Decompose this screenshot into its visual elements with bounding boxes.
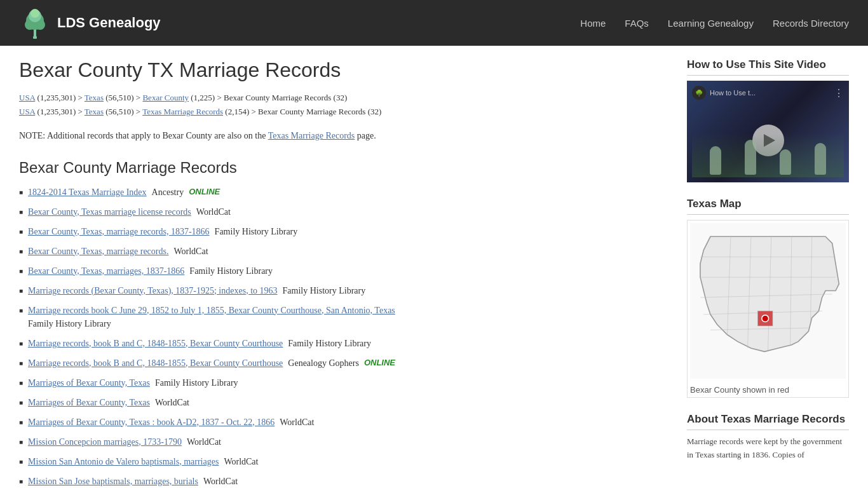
site-header: LDS Genealogy Home FAQs Learning Genealo… bbox=[0, 0, 868, 46]
nav-home[interactable]: Home bbox=[580, 18, 606, 29]
video-thumbnail[interactable]: 🌳 How to Use t... ⋮ bbox=[687, 81, 849, 182]
online-badge: ONLINE bbox=[364, 356, 395, 369]
record-source: Family History Library bbox=[28, 319, 111, 329]
record-link[interactable]: Marriage records (Bexar County, Texas), … bbox=[28, 284, 277, 297]
record-link[interactable]: Bexar County, Texas marriage license rec… bbox=[28, 205, 191, 219]
sidebar-about-section: About Texas Marriage Records Marriage re… bbox=[687, 413, 849, 462]
list-item: Bexar County, Texas, marriage records, 1… bbox=[19, 225, 668, 238]
svg-point-6 bbox=[31, 9, 39, 18]
person-silhouette bbox=[815, 143, 826, 175]
list-item: Bexar County, Texas marriage license rec… bbox=[19, 205, 668, 219]
record-source: Family History Library bbox=[288, 337, 371, 350]
record-link[interactable]: Mission San Antonio de Valero baptismals… bbox=[28, 455, 219, 468]
breadcrumb-texas-marriage[interactable]: Texas Marriage Records bbox=[142, 107, 223, 116]
logo-area[interactable]: LDS Genealogy bbox=[19, 7, 161, 39]
person-silhouette bbox=[745, 140, 756, 175]
list-item: Bexar County, Texas, marriage records. W… bbox=[19, 245, 668, 258]
nav-faqs[interactable]: FAQs bbox=[625, 18, 649, 29]
list-item: Marriages of Bexar County, Texas : book … bbox=[19, 416, 668, 429]
page-title: Bexar County TX Marriage Records bbox=[19, 58, 668, 82]
record-link[interactable]: Bexar County, Texas, marriages, 1837-186… bbox=[28, 264, 184, 278]
record-source: Family History Library bbox=[283, 284, 366, 297]
record-source: WorldCat bbox=[224, 455, 258, 468]
list-item: Mission San Jose baptismals, marriages, … bbox=[19, 475, 668, 488]
list-item: Marriages of Bexar County, Texas Family … bbox=[19, 376, 668, 390]
breadcrumb-line-2: USA (1,235,301) > Texas (56,510) > Texas… bbox=[19, 105, 668, 119]
video-people-bg bbox=[692, 133, 844, 177]
list-item: Marriage records, book B and C, 1848-185… bbox=[19, 356, 668, 370]
person-silhouette bbox=[780, 149, 791, 175]
map-section-title: Texas Map bbox=[687, 198, 849, 215]
nav-learning[interactable]: Learning Genealogy bbox=[668, 18, 754, 29]
sidebar-map-section: Texas Map bbox=[687, 198, 849, 398]
sidebar: How to Use This Site Video 🌳 How to Use … bbox=[687, 58, 849, 488]
video-section-title: How to Use This Site Video bbox=[687, 58, 849, 76]
record-link[interactable]: Marriage records book C June 29, 1852 to… bbox=[28, 306, 395, 315]
video-more-icon[interactable]: ⋮ bbox=[834, 87, 844, 99]
record-source: WorldCat bbox=[173, 245, 208, 258]
record-link[interactable]: Marriages of Bexar County, Texas : book … bbox=[28, 416, 275, 429]
record-link[interactable]: Marriages of Bexar County, Texas bbox=[28, 376, 150, 390]
video-title-text: How to Use t... bbox=[710, 89, 756, 97]
breadcrumb-current-2: Bexar County Marriage Records (32) bbox=[258, 107, 381, 116]
records-list: 1824-2014 Texas Marriage Index Ancestry … bbox=[19, 186, 668, 488]
record-source: WorldCat bbox=[196, 205, 231, 219]
breadcrumb-current-1: Bexar County Marriage Records (32) bbox=[224, 93, 347, 102]
breadcrumb-bexar-county[interactable]: Bexar County bbox=[142, 93, 189, 102]
main-nav: Home FAQs Learning Genealogy Records Dir… bbox=[580, 18, 849, 29]
video-play-area bbox=[692, 104, 844, 177]
map-caption: Bexar County shown in red bbox=[690, 385, 846, 395]
main-content: Bexar County TX Marriage Records USA (1,… bbox=[19, 58, 668, 488]
breadcrumb-texas-2[interactable]: Texas bbox=[85, 107, 104, 116]
record-link[interactable]: Bexar County, Texas, marriage records. bbox=[28, 245, 168, 258]
record-link[interactable]: Marriage records, book B and C, 1848-185… bbox=[28, 356, 283, 370]
breadcrumb-usa-2[interactable]: USA bbox=[19, 107, 35, 116]
record-source: WorldCat bbox=[187, 435, 221, 449]
list-item: Bexar County, Texas, marriages, 1837-186… bbox=[19, 264, 668, 278]
record-source: Genealogy Gophers bbox=[288, 356, 359, 370]
record-source: Family History Library bbox=[189, 264, 273, 278]
list-item: Marriages of Bexar County, Texas WorldCa… bbox=[19, 396, 668, 409]
list-item: Marriage records (Bexar County, Texas), … bbox=[19, 284, 668, 297]
record-link[interactable]: Bexar County, Texas, marriage records, 1… bbox=[28, 225, 210, 238]
list-item: Marriage records, book B and C, 1848-185… bbox=[19, 337, 668, 350]
breadcrumb-line-1: USA (1,235,301) > Texas (56,510) > Bexar… bbox=[19, 91, 668, 105]
texas-map-container: Bexar County shown in red bbox=[687, 220, 849, 398]
record-link[interactable]: Mission Concepcion marriages, 1733-1790 bbox=[28, 435, 182, 449]
record-link[interactable]: Marriages of Bexar County, Texas bbox=[28, 396, 150, 409]
record-link[interactable]: Mission San Jose baptismals, marriages, … bbox=[28, 475, 198, 488]
record-link[interactable]: 1824-2014 Texas Marriage Index bbox=[28, 186, 147, 199]
texas-map-svg bbox=[690, 223, 846, 379]
section-title: Bexar County Marriage Records bbox=[19, 159, 668, 177]
record-source: Ancestry bbox=[152, 186, 184, 199]
texas-marriage-records-link[interactable]: Texas Marriage Records bbox=[268, 131, 355, 140]
sidebar-video-section: How to Use This Site Video 🌳 How to Use … bbox=[687, 58, 849, 182]
breadcrumb-usa-1[interactable]: USA bbox=[19, 93, 35, 102]
record-source: WorldCat bbox=[155, 396, 189, 409]
record-source: Family History Library bbox=[215, 225, 298, 238]
list-item: Mission Concepcion marriages, 1733-1790 … bbox=[19, 435, 668, 449]
breadcrumb-texas-1[interactable]: Texas bbox=[85, 93, 104, 102]
record-link[interactable]: Marriage records, book B and C, 1848-185… bbox=[28, 337, 283, 350]
logo-tree-icon bbox=[19, 7, 51, 39]
list-item: Marriage records book C June 29, 1852 to… bbox=[19, 304, 668, 330]
svg-point-19 bbox=[762, 315, 769, 322]
video-topbar: 🌳 How to Use t... ⋮ bbox=[692, 86, 844, 100]
list-item: Mission San Antonio de Valero baptismals… bbox=[19, 455, 668, 468]
nav-records[interactable]: Records Directory bbox=[773, 18, 849, 29]
list-item: 1824-2014 Texas Marriage Index Ancestry … bbox=[19, 186, 668, 199]
online-badge: ONLINE bbox=[189, 186, 220, 198]
record-source: Family History Library bbox=[155, 376, 238, 390]
breadcrumb-area: USA (1,235,301) > Texas (56,510) > Bexar… bbox=[19, 91, 668, 119]
about-text: Marriage records were kept by the govern… bbox=[687, 435, 849, 462]
page-body: Bexar County TX Marriage Records USA (1,… bbox=[0, 46, 868, 488]
video-bg: 🌳 How to Use t... ⋮ bbox=[687, 81, 849, 182]
person-silhouette bbox=[710, 146, 721, 175]
record-source: WorldCat bbox=[203, 475, 238, 488]
video-logo-small: 🌳 bbox=[692, 86, 706, 100]
record-source: WorldCat bbox=[280, 416, 314, 429]
note-text: NOTE: Additional records that apply to B… bbox=[19, 129, 668, 143]
about-section-title: About Texas Marriage Records bbox=[687, 413, 849, 430]
logo-text: LDS Genealogy bbox=[57, 15, 161, 31]
